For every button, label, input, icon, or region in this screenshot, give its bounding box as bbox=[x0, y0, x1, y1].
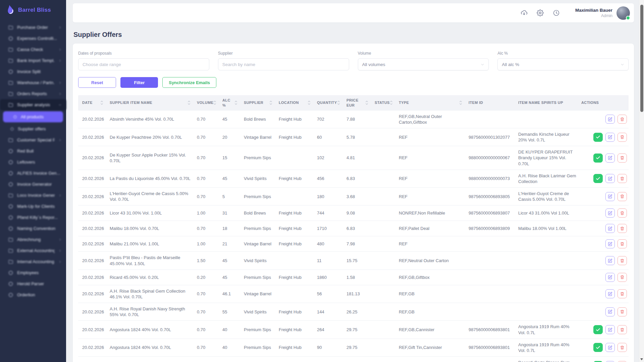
history-clock-icon[interactable] bbox=[553, 9, 560, 16]
edit-button[interactable] bbox=[605, 192, 615, 201]
avatar[interactable] bbox=[616, 6, 630, 20]
column-header-supplier[interactable]: SUPPLIER bbox=[244, 100, 275, 106]
delete-button[interactable] bbox=[618, 256, 627, 265]
delete-button[interactable] bbox=[618, 325, 627, 334]
edit-button[interactable] bbox=[605, 239, 615, 248]
column-header-price[interactable]: PRICE EUR bbox=[346, 98, 371, 108]
cell-item_id[interactable]: 98756000006893807 bbox=[469, 210, 514, 216]
sort-icon[interactable] bbox=[187, 100, 191, 106]
sidebar-item-warehouse-partn[interactable]: Warehouse / Partn... bbox=[0, 77, 66, 88]
sidebar-item-herold-parser[interactable]: Herold Parser bbox=[0, 278, 66, 289]
delete-button[interactable] bbox=[618, 224, 627, 233]
sidebar-item-supplier-analysis[interactable]: Supplier analysis bbox=[0, 99, 66, 110]
sidebar-item-alfies-invoice-gen[interactable]: ALFIES Invoice Gen... bbox=[0, 168, 66, 179]
sidebar-item-employees[interactable]: Employees bbox=[0, 267, 66, 278]
sort-icon[interactable] bbox=[234, 100, 237, 106]
cell-item_id[interactable]: 98800000000000067 bbox=[469, 155, 514, 161]
sidebar-item-supplier-offers[interactable]: Supplier offers bbox=[0, 123, 66, 134]
synchronize-emails-button[interactable]: Synchronize Emails bbox=[162, 77, 216, 88]
sort-icon[interactable] bbox=[308, 100, 311, 106]
cell-item_id[interactable]: 98756000006893801 bbox=[469, 327, 514, 333]
delete-button[interactable] bbox=[618, 289, 627, 298]
approve-button[interactable] bbox=[593, 133, 603, 142]
reset-button[interactable]: Reset bbox=[78, 77, 116, 88]
edit-button[interactable] bbox=[605, 115, 615, 124]
sort-icon[interactable] bbox=[213, 100, 216, 106]
delete-button[interactable] bbox=[618, 343, 627, 352]
scrollbar-thumb[interactable] bbox=[640, 5, 643, 112]
sidebar-item-purchase-order[interactable]: Purchase Order bbox=[0, 22, 66, 33]
delete-button[interactable] bbox=[618, 361, 627, 362]
delete-button[interactable] bbox=[618, 174, 627, 183]
delete-button[interactable] bbox=[618, 273, 627, 282]
approve-button[interactable] bbox=[593, 174, 603, 183]
approve-button[interactable] bbox=[593, 154, 603, 163]
column-header-status[interactable]: STATUS bbox=[375, 100, 395, 106]
delete-button[interactable] bbox=[618, 208, 627, 218]
sidebar-item-expenses-controlli[interactable]: Expenses Controlli... bbox=[0, 33, 66, 44]
approve-button[interactable] bbox=[593, 325, 603, 334]
sidebar-item-orders-reports[interactable]: Orders Reports bbox=[0, 88, 66, 99]
sidebar-item-bank-import-templ[interactable]: Bank Import Templ... bbox=[0, 55, 66, 66]
column-header-item[interactable]: SUPPLIER ITEM NAME bbox=[110, 100, 193, 106]
sort-icon[interactable] bbox=[269, 100, 272, 106]
download-cloud-icon[interactable] bbox=[521, 9, 528, 16]
column-header-alc[interactable]: ALC % bbox=[222, 98, 240, 108]
delete-button[interactable] bbox=[618, 154, 627, 163]
sort-icon[interactable] bbox=[459, 100, 462, 106]
delete-button[interactable] bbox=[618, 115, 627, 124]
cell-item_id[interactable]: 98756000001302077 bbox=[469, 134, 514, 140]
sidebar-item-pfand-killy-s-repor[interactable]: Pfand Killy´s Repor... bbox=[0, 212, 66, 223]
edit-button[interactable] bbox=[605, 289, 615, 298]
delete-button[interactable] bbox=[618, 239, 627, 248]
supplier-search-input[interactable] bbox=[218, 58, 349, 70]
delete-button[interactable] bbox=[618, 307, 627, 316]
sidebar-item-customer-special-p[interactable]: Customer Special P... bbox=[0, 134, 66, 145]
alc-select[interactable]: All alc % bbox=[497, 58, 629, 70]
sidebar-item-external-accounting[interactable]: External Accounting bbox=[0, 245, 66, 256]
sort-icon[interactable] bbox=[390, 100, 393, 106]
cell-item_id[interactable]: 98800000000000073 bbox=[469, 176, 514, 181]
edit-button[interactable] bbox=[605, 325, 615, 334]
sort-icon[interactable] bbox=[337, 100, 340, 106]
column-header-type[interactable]: TYPE bbox=[399, 100, 465, 106]
column-header-date[interactable]: DATE bbox=[78, 100, 106, 106]
column-header-location[interactable]: LOCATION bbox=[279, 100, 313, 106]
edit-button[interactable] bbox=[605, 154, 615, 163]
sidebar-item-mark-up-for-clients[interactable]: Mark-Up for Clients bbox=[0, 201, 66, 212]
sidebar-item-invoice-generator[interactable]: Invoice Generator bbox=[0, 179, 66, 190]
edit-button[interactable] bbox=[605, 224, 615, 233]
sidebar-item-cassa-check[interactable]: Cassa Check bbox=[0, 44, 66, 55]
edit-button[interactable] bbox=[605, 256, 615, 265]
cell-item_id[interactable]: 98756000006893801 bbox=[469, 345, 514, 350]
column-header-volume[interactable]: VOLUME bbox=[197, 100, 218, 106]
edit-button[interactable] bbox=[605, 174, 615, 183]
cell-item_id[interactable]: 98756000006893805 bbox=[469, 194, 514, 199]
sidebar-item-loco-invoice-gener[interactable]: Loco Invoice Gener... bbox=[0, 190, 66, 201]
sidebar-item-orderlion[interactable]: Orderlion bbox=[0, 289, 66, 300]
edit-button[interactable] bbox=[605, 307, 615, 316]
sidebar-item-abrechnung[interactable]: Abrechnung bbox=[0, 234, 66, 245]
cell-item_id[interactable]: 98756000006893809 bbox=[469, 226, 514, 231]
sort-icon[interactable] bbox=[365, 100, 368, 106]
brand-logo[interactable]: Barrel Bliss bbox=[0, 0, 66, 18]
edit-button[interactable] bbox=[605, 361, 615, 362]
edit-button[interactable] bbox=[605, 133, 615, 142]
sidebar-item-internal-accounting[interactable]: Internal Accounting bbox=[0, 256, 66, 267]
sidebar-item-invoice-split[interactable]: Invoice Split bbox=[0, 66, 66, 77]
sidebar-item-leftovers[interactable]: Leftovers bbox=[0, 157, 66, 168]
edit-button[interactable] bbox=[605, 343, 615, 352]
user-menu[interactable]: Maximilian Bauer Admin bbox=[575, 6, 630, 20]
delete-button[interactable] bbox=[618, 133, 627, 142]
date-range-input[interactable] bbox=[78, 58, 209, 70]
filter-button[interactable]: Filter bbox=[120, 77, 158, 88]
volume-select[interactable]: All volumes bbox=[358, 58, 489, 70]
approve-button[interactable] bbox=[593, 343, 603, 352]
sidebar-item-naming-convention[interactable]: Naming Convention bbox=[0, 223, 66, 234]
column-header-quantity[interactable]: QUANTITY bbox=[317, 100, 342, 106]
edit-button[interactable] bbox=[605, 208, 615, 218]
window-scrollbar[interactable] bbox=[639, 0, 644, 362]
sidebar-item-red-bull[interactable]: Red Bull bbox=[0, 145, 66, 157]
approve-button[interactable] bbox=[593, 361, 603, 362]
settings-gear-icon[interactable] bbox=[537, 9, 544, 16]
